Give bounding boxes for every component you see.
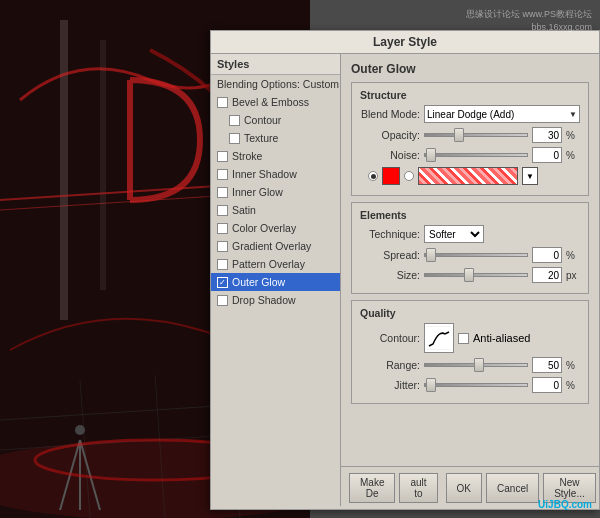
size-unit: px — [566, 270, 580, 281]
color-swatch-red[interactable] — [382, 167, 400, 185]
jitter-row: Jitter: 0 % — [360, 377, 580, 393]
gradient-swatch[interactable] — [418, 167, 518, 185]
color-row: ▼ — [360, 167, 580, 185]
blend-mode-dropdown[interactable]: Linear Dodge (Add) ▼ — [424, 105, 580, 123]
technique-select[interactable]: Softer Precise — [424, 225, 484, 243]
opacity-label: Opacity: — [360, 129, 420, 141]
svg-point-14 — [75, 425, 85, 435]
svg-rect-3 — [100, 40, 106, 290]
blending-options-label: Blending Options: Custom — [217, 78, 339, 90]
gradient-radio[interactable] — [404, 171, 414, 181]
spread-value[interactable]: 0 — [532, 247, 562, 263]
anti-alias-row: Anti-aliased — [458, 332, 530, 344]
gradient-arrow-button[interactable]: ▼ — [522, 167, 538, 185]
inner-glow-checkbox[interactable] — [217, 187, 228, 198]
bevel-emboss-item[interactable]: Bevel & Emboss — [211, 93, 340, 111]
jitter-slider[interactable] — [424, 383, 528, 387]
range-row: Range: 50 % — [360, 357, 580, 373]
inner-shadow-checkbox[interactable] — [217, 169, 228, 180]
blending-options-item[interactable]: Blending Options: Custom — [211, 75, 340, 93]
quality-group: Quality Contour: Anti-alias — [351, 300, 589, 404]
svg-rect-16 — [427, 326, 451, 350]
technique-row: Technique: Softer Precise — [360, 225, 580, 243]
outer-glow-item[interactable]: Outer Glow — [211, 273, 340, 291]
range-value[interactable]: 50 — [532, 357, 562, 373]
structure-title: Structure — [360, 89, 580, 101]
anti-alias-checkbox[interactable] — [458, 333, 469, 344]
technique-label: Technique: — [360, 228, 420, 240]
noise-value[interactable]: 0 — [532, 147, 562, 163]
noise-unit: % — [566, 150, 580, 161]
opacity-row: Opacity: 30 % — [360, 127, 580, 143]
jitter-value[interactable]: 0 — [532, 377, 562, 393]
noise-thumb[interactable] — [426, 148, 436, 162]
size-label: Size: — [360, 269, 420, 281]
noise-slider[interactable] — [424, 153, 528, 157]
size-value[interactable]: 20 — [532, 267, 562, 283]
pattern-overlay-item[interactable]: Pattern Overlay — [211, 255, 340, 273]
jitter-label: Jitter: — [360, 379, 420, 391]
outer-glow-title: Outer Glow — [351, 62, 589, 76]
gradient-overlay-item[interactable]: Gradient Overlay — [211, 237, 340, 255]
contour-item[interactable]: Contour — [211, 111, 340, 129]
texture-checkbox[interactable] — [229, 133, 240, 144]
contour-picker[interactable] — [424, 323, 454, 353]
stroke-checkbox[interactable] — [217, 151, 228, 162]
blend-mode-value: Linear Dodge (Add) — [427, 109, 514, 120]
ok-button[interactable]: OK — [446, 473, 482, 503]
opacity-thumb[interactable] — [454, 128, 464, 142]
contour-checkbox[interactable] — [229, 115, 240, 126]
gradient-overlay-checkbox[interactable] — [217, 241, 228, 252]
satin-checkbox[interactable] — [217, 205, 228, 216]
drop-shadow-item[interactable]: Drop Shadow — [211, 291, 340, 309]
make-default-button[interactable]: Make De — [349, 473, 395, 503]
color-overlay-item[interactable]: Color Overlay — [211, 219, 340, 237]
size-row: Size: 20 px — [360, 267, 580, 283]
solid-color-radio[interactable] — [368, 171, 378, 181]
opacity-slider[interactable] — [424, 133, 528, 137]
spread-row: Spread: 0 % — [360, 247, 580, 263]
outer-glow-checkbox[interactable] — [217, 277, 228, 288]
drop-shadow-label: Drop Shadow — [232, 294, 296, 306]
contour-curve-icon — [427, 326, 451, 350]
range-thumb[interactable] — [474, 358, 484, 372]
jitter-thumb[interactable] — [426, 378, 436, 392]
texture-label: Texture — [244, 132, 278, 144]
bevel-emboss-label: Bevel & Emboss — [232, 96, 309, 108]
drop-shadow-checkbox[interactable] — [217, 295, 228, 306]
spread-slider[interactable] — [424, 253, 528, 257]
size-slider[interactable] — [424, 273, 528, 277]
gradient-dropdown-icon: ▼ — [526, 172, 534, 181]
pattern-overlay-label: Pattern Overlay — [232, 258, 305, 270]
stroke-label: Stroke — [232, 150, 262, 162]
cancel-button[interactable]: Cancel — [486, 473, 539, 503]
styles-list: Styles Blending Options: Custom Bevel & … — [211, 54, 341, 506]
watermark-bottom: UiJBQ.com — [538, 499, 592, 510]
reset-to-default-button[interactable]: ault to — [399, 473, 437, 503]
texture-item[interactable]: Texture — [211, 129, 340, 147]
svg-rect-2 — [60, 20, 68, 320]
range-unit: % — [566, 360, 580, 371]
style-content: Outer Glow Structure Blend Mode: Linear … — [341, 54, 599, 506]
inner-shadow-item[interactable]: Inner Shadow — [211, 165, 340, 183]
size-thumb[interactable] — [464, 268, 474, 282]
bevel-emboss-checkbox[interactable] — [217, 97, 228, 108]
spread-thumb[interactable] — [426, 248, 436, 262]
stroke-item[interactable]: Stroke — [211, 147, 340, 165]
inner-glow-item[interactable]: Inner Glow — [211, 183, 340, 201]
spread-unit: % — [566, 250, 580, 261]
color-overlay-label: Color Overlay — [232, 222, 296, 234]
contour-row: Contour: Anti-aliased — [360, 323, 580, 353]
blend-mode-arrow-icon: ▼ — [569, 110, 577, 119]
pattern-overlay-checkbox[interactable] — [217, 259, 228, 270]
range-slider[interactable] — [424, 363, 528, 367]
color-overlay-checkbox[interactable] — [217, 223, 228, 234]
blend-mode-label: Blend Mode: — [360, 108, 420, 120]
satin-item[interactable]: Satin — [211, 201, 340, 219]
spread-label: Spread: — [360, 249, 420, 261]
contour-label: Contour — [244, 114, 281, 126]
blend-mode-row: Blend Mode: Linear Dodge (Add) ▼ — [360, 105, 580, 123]
gradient-overlay-label: Gradient Overlay — [232, 240, 311, 252]
opacity-unit: % — [566, 130, 580, 141]
opacity-value[interactable]: 30 — [532, 127, 562, 143]
